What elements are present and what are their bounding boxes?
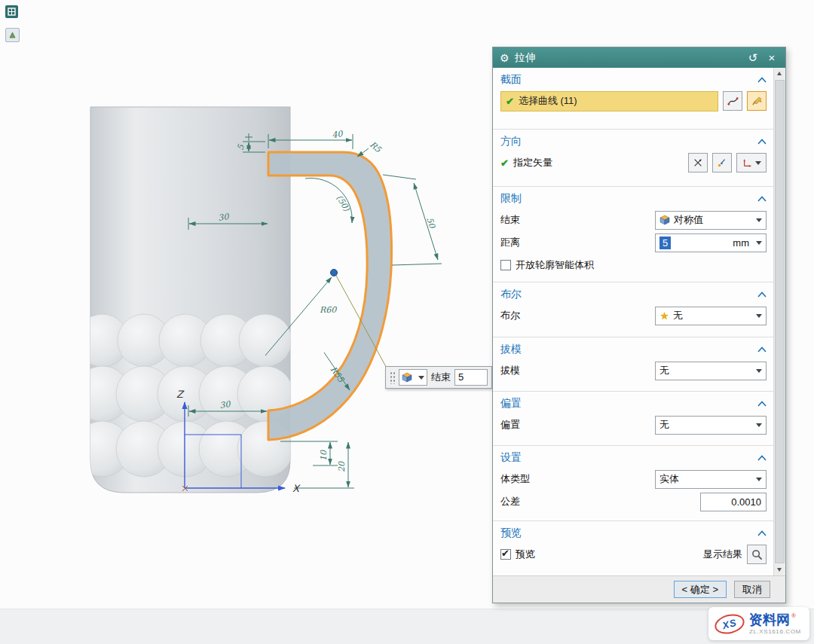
collapse-chevron-icon[interactable]: [757, 530, 767, 536]
collapse-chevron-icon[interactable]: [757, 139, 767, 145]
close-icon[interactable]: ×: [765, 51, 779, 64]
cube-icon: [402, 372, 412, 383]
section-title: 布尔: [500, 288, 522, 301]
onscreen-input-toolbar: 结束 5: [385, 366, 492, 389]
vector-point-button[interactable]: [712, 153, 732, 172]
collapse-chevron-icon[interactable]: [757, 196, 767, 202]
section-header-draft[interactable]: 拔模: [500, 339, 767, 359]
select-curve-label: 选择曲线 (11): [519, 94, 577, 108]
extrude-dialog: ⚙ 拉伸 ↺ × 截面 ✔ 选择曲线 (11): [492, 47, 786, 603]
scroll-up-icon[interactable]: [774, 68, 785, 79]
grid-icon: [8, 8, 16, 16]
tolerance-input[interactable]: 0.0010: [700, 493, 767, 511]
dropdown-caret-icon: [756, 314, 762, 318]
end-type-mini-dropdown[interactable]: [399, 369, 427, 386]
section-title: 预览: [500, 526, 522, 540]
collapse-chevron-icon[interactable]: [757, 346, 767, 353]
draft-dropdown[interactable]: 无: [655, 362, 767, 380]
scrollbar-thumb[interactable]: [775, 80, 785, 563]
collapse-chevron-icon[interactable]: [757, 401, 767, 407]
dim-inner-arc: (50): [334, 194, 351, 214]
curve-rule-button[interactable]: [723, 91, 742, 111]
watermark: XS 资料网 ® ZL.XS1616.COM: [708, 607, 809, 640]
cube-icon: [659, 215, 670, 225]
section-title: 限制: [500, 192, 522, 206]
dropdown-caret-icon: [756, 478, 762, 481]
section-preview: 预览 预览 显示结果: [493, 521, 774, 575]
dialog-titlebar[interactable]: ⚙ 拉伸 ↺ ×: [493, 47, 785, 68]
open-profile-checkbox[interactable]: [500, 260, 511, 270]
collapse-chevron-icon[interactable]: [757, 291, 767, 298]
show-result-button[interactable]: [747, 545, 767, 564]
reset-icon[interactable]: ↺: [746, 51, 760, 65]
corner-icons: [5, 5, 20, 42]
sketch-icon: [751, 96, 763, 107]
dialog-footer: < 确定 > 取消: [493, 575, 785, 603]
dropdown-caret-icon: [756, 369, 762, 373]
collapse-chevron-icon[interactable]: [757, 455, 767, 461]
dialog-scrollbar[interactable]: [773, 68, 785, 575]
titlebar-icon-2[interactable]: [5, 28, 20, 42]
check-icon: ✔: [506, 96, 514, 107]
offset-value: 无: [659, 418, 669, 432]
watermark-reg-mark: ®: [791, 612, 796, 619]
scroll-down-icon[interactable]: [774, 564, 785, 575]
mini-distance-input[interactable]: 5: [454, 369, 488, 386]
end-type-dropdown[interactable]: 对称值: [655, 211, 767, 230]
dropdown-caret-icon: [756, 218, 762, 222]
section-header-preview[interactable]: 预览: [500, 523, 767, 543]
drag-handle[interactable]: [390, 371, 395, 384]
body-type-value: 实体: [659, 472, 679, 486]
section-draft: 拔模 拔模 无: [493, 337, 774, 392]
mug-bumps: [75, 314, 293, 477]
gear-icon: ⚙: [500, 52, 510, 64]
section-header-limits[interactable]: 限制: [500, 188, 767, 209]
dropdown-caret-icon: [756, 423, 762, 427]
section-title: 截面: [500, 73, 522, 87]
cancel-button[interactable]: 取消: [734, 581, 770, 598]
collapse-chevron-icon[interactable]: [757, 77, 767, 83]
section-title: 拔模: [500, 343, 522, 356]
distance-value[interactable]: 5: [659, 237, 671, 249]
section-offset: 偏置 偏置 无: [493, 392, 774, 446]
section-boolean: 布尔 布尔 无: [493, 282, 774, 337]
section-header-direction[interactable]: 方向: [500, 131, 767, 151]
vector-triad-icon: [742, 157, 753, 168]
boolean-none-icon: [659, 311, 669, 321]
check-icon: ✔: [500, 157, 509, 169]
section-settings: 设置 体类型 实体 公差 0.0010: [493, 446, 774, 521]
titlebar-icon-1[interactable]: [5, 5, 18, 18]
show-result-label: 显示结果: [703, 548, 742, 561]
curve-icon: [727, 96, 739, 107]
ok-button[interactable]: < 确定 >: [674, 581, 727, 598]
boolean-label: 布尔: [500, 309, 520, 322]
select-curve-field[interactable]: ✔ 选择曲线 (11): [500, 91, 718, 111]
section-header-profile[interactable]: 截面: [500, 69, 767, 90]
end-type-value: 对称值: [674, 213, 703, 227]
section-header-boolean[interactable]: 布尔: [500, 284, 767, 304]
sketch-section-button[interactable]: [747, 91, 767, 111]
preview-checkbox[interactable]: [500, 549, 511, 560]
dim-right-length: 50: [424, 216, 437, 230]
offset-label: 偏置: [500, 418, 520, 432]
dropdown-caret-icon: [418, 376, 424, 380]
section-header-settings[interactable]: 设置: [500, 447, 767, 468]
specify-vector-label: 指定矢量: [513, 156, 552, 169]
reverse-direction-button[interactable]: [688, 153, 708, 172]
mini-end-label: 结束: [431, 371, 451, 384]
offset-dropdown[interactable]: 无: [655, 416, 767, 435]
drag-handle-point[interactable]: [331, 270, 338, 276]
end-label: 结束: [500, 213, 520, 227]
mug-model[interactable]: [75, 107, 293, 493]
arrow-point-icon: [717, 157, 727, 168]
distance-input[interactable]: 5 mm: [655, 233, 767, 252]
draft-value: 无: [659, 364, 669, 377]
body-type-dropdown[interactable]: 实体: [655, 470, 767, 489]
watermark-logo-text: XS: [721, 616, 738, 630]
vector-dialog-dropdown[interactable]: [736, 153, 767, 172]
boolean-dropdown[interactable]: 无: [655, 307, 767, 325]
section-header-offset[interactable]: 偏置: [500, 393, 767, 414]
dialog-title: 拉伸: [515, 51, 536, 65]
dropdown-caret-icon: [755, 161, 761, 165]
dropdown-caret-icon[interactable]: [756, 241, 762, 245]
